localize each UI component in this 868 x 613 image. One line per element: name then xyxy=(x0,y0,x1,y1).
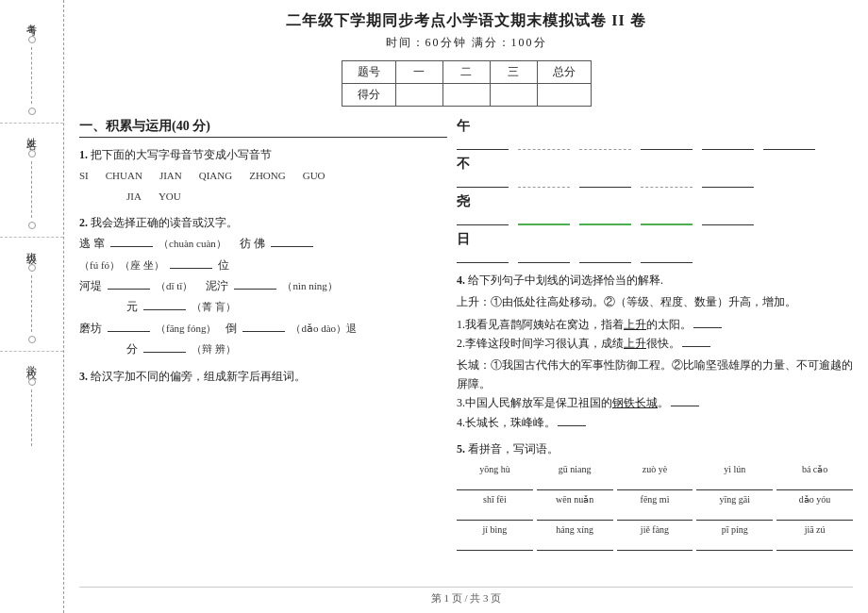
q1-you: YOU xyxy=(159,188,181,206)
q5-item-6: shī fēi xyxy=(457,492,533,521)
q2-r1-blank2[interactable] xyxy=(271,246,313,247)
score-table: 题号 一 二 三 总分 得分 xyxy=(342,60,592,107)
q5-item-8: fēng mì xyxy=(617,492,693,521)
main-content: 二年级下学期同步考点小学语文期末模拟试卷 II 卷 时间：60分钟 满分：100… xyxy=(64,0,868,613)
page-footer: 第 1 页 / 共 3 页 xyxy=(79,587,853,605)
footer-text: 第 1 页 / 共 3 页 xyxy=(431,592,502,604)
q2-r6-blank1[interactable] xyxy=(143,352,186,353)
q5-item-9: yīng gāi xyxy=(696,492,773,521)
bu-lines xyxy=(457,174,853,188)
q2-row3: 河堤 （dī tī） 泥泞 （nìn níng） xyxy=(79,276,447,295)
sidebar-dot2 xyxy=(28,108,36,115)
sidebar-dottedline3 xyxy=(31,275,32,332)
sidebar-dot5 xyxy=(28,264,36,272)
bu-line3 xyxy=(579,174,631,188)
q2-r5-paren2: （dǎo dào）退 xyxy=(291,320,357,338)
q4-s2-blank[interactable] xyxy=(682,346,710,347)
q5-item-2: gū niang xyxy=(537,462,613,490)
q4-s2: 2.李锋这段时间学习很认真，成绩上升很快。 xyxy=(457,334,853,353)
q1-jia: JIA xyxy=(79,188,142,206)
q2-num: 2. xyxy=(79,216,88,229)
q5-item-3: zuò yè xyxy=(617,462,693,490)
char-wu-row: 午 xyxy=(457,118,853,135)
question-4: 4. 给下列句子中划线的词选择恰当的解释. 上升：①由低处往高处移动。②（等级、… xyxy=(457,271,853,432)
q2-row1: 逃 窜 （chuàn cuàn） 彷 佛 xyxy=(79,234,447,253)
score-val-1 xyxy=(395,84,442,107)
q2-r4-yuan: 元 xyxy=(126,297,138,316)
bu-line2 xyxy=(518,174,570,188)
sidebar: 考号： 姓名： 班级： 学校： xyxy=(0,0,64,613)
yao-line4 xyxy=(641,212,693,225)
score-col-tihao: 题号 xyxy=(342,61,395,84)
char-ri-row: 日 xyxy=(457,231,853,248)
q5-item-15: jiā zú xyxy=(776,522,853,551)
q2-r6-fen: 分 xyxy=(126,340,138,358)
xingming-label: 姓名： xyxy=(25,129,39,148)
q5-item-7: wēn nuǎn xyxy=(537,492,613,521)
banji-label: 班级： xyxy=(25,243,39,262)
q5-item-11: jí bìng xyxy=(457,522,533,551)
q5-item-1: yōng hù xyxy=(457,462,533,490)
q2-r5-blank1[interactable] xyxy=(108,331,150,332)
sidebar-dottedline1 xyxy=(31,47,32,104)
question-2: 2. 我会选择正确的读音或汉字。 逃 窜 （chuàn cuàn） 彷 佛 （f… xyxy=(79,213,447,359)
q2-r1-paren1: （chuàn cuàn） xyxy=(159,235,226,253)
char-ri: 日 xyxy=(457,231,470,248)
score-val-total xyxy=(537,84,591,107)
ri-line1 xyxy=(457,250,509,263)
q2-r6-paren1: （辩 辨） xyxy=(192,340,236,358)
q2-r3-blank2[interactable] xyxy=(234,289,276,290)
q4-s3: 3.中国人民解放军是保卫祖国的钢铁长城。 xyxy=(457,393,853,412)
q4-s1-blank[interactable] xyxy=(693,327,722,328)
q2-r1-blank1[interactable] xyxy=(110,246,153,247)
q2-r5-blank2[interactable] xyxy=(242,331,285,332)
q2-row4: 元 （菁 肓） xyxy=(79,297,447,316)
score-val-2 xyxy=(442,84,490,107)
q2-row5: 磨坊 （fāng fóng） 倒 （dǎo dào）退 xyxy=(79,319,447,338)
sidebar-kaohao: 考号： xyxy=(0,9,63,124)
score-col-2: 二 xyxy=(442,61,490,84)
q2-r1-char1: 逃 窜 xyxy=(79,234,105,253)
wu-line6 xyxy=(763,137,815,150)
bu-line1 xyxy=(457,174,509,188)
q3-num: 3. xyxy=(79,370,88,383)
q4-s2-underline: 上升 xyxy=(624,337,646,350)
q2-r4-blank1[interactable] xyxy=(143,309,186,310)
ri-lines xyxy=(457,250,853,263)
wu-lines xyxy=(457,137,853,150)
q2-r4-paren1: （菁 肓） xyxy=(192,298,236,316)
sidebar-dottedline4 xyxy=(31,389,32,446)
q5-item-13: jiě fàng xyxy=(617,522,693,551)
q2-row6: 分 （辩 辨） xyxy=(79,340,447,358)
sidebar-xingming: 姓名： xyxy=(0,124,63,238)
xuexiao-label: 学校： xyxy=(25,357,39,376)
sidebar-dot1 xyxy=(28,36,36,43)
q5-text-label: 看拼音，写词语。 xyxy=(468,442,559,456)
wu-line5 xyxy=(702,137,754,150)
kaohao-label: 考号： xyxy=(25,15,39,34)
ri-line4 xyxy=(641,250,693,263)
q1-text: 把下面的大写字母音节变成小写音节 xyxy=(91,148,272,161)
q2-text: 我会选择正确的读音或汉字。 xyxy=(91,216,238,229)
page-title: 二年级下学期同步考点小学语文期末模拟试卷 II 卷 xyxy=(79,11,853,31)
q4-s4-blank[interactable] xyxy=(558,425,586,426)
score-col-1: 一 xyxy=(395,61,442,84)
q4-s3-blank[interactable] xyxy=(671,406,699,406)
q2-r2-wei: 位 xyxy=(218,256,229,274)
q2-r3-blank1[interactable] xyxy=(108,289,150,290)
wu-line1 xyxy=(457,137,509,150)
question-5: 5. 看拼音，写词语。 yōng hù gū niang zuò yè yì l… xyxy=(457,439,853,550)
q2-r2-paren1: （fú fó）（座 坐） xyxy=(79,257,164,274)
char-yao: 尧 xyxy=(457,193,470,210)
score-col-total: 总分 xyxy=(537,61,591,84)
q4-longcheng: 长城：①我国古代伟大的军事性防御工程。②比喻坚强雄厚的力量、不可逾越的屏障。 xyxy=(457,356,853,394)
score-row-defen: 得分 xyxy=(342,84,395,107)
q5-grid: yōng hù gū niang zuò yè yì lún bá cǎo sh… xyxy=(457,462,853,551)
q4-definition: 上升：①由低处往高处移动。②（等级、程度、数量）升高，增加。 xyxy=(457,292,853,311)
q5-item-14: pī píng xyxy=(696,522,773,551)
q2-row2: （fú fó）（座 坐） 位 xyxy=(79,256,447,274)
q2-r3-paren2: （nìn níng） xyxy=(282,277,337,295)
q2-r2-blank1[interactable] xyxy=(170,268,212,269)
q3-practice-area: 午 不 xyxy=(457,118,853,263)
section1-title: 一、积累与运用(40 分) xyxy=(79,118,447,138)
